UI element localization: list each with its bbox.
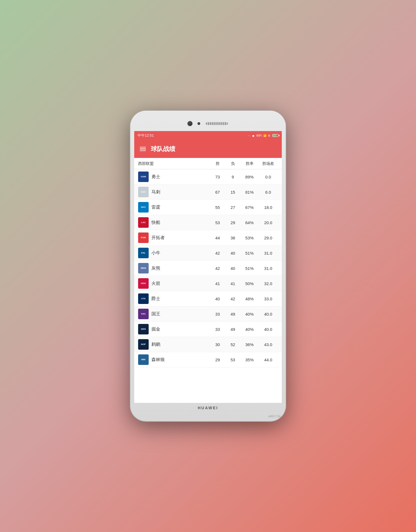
team-logo: DAL [138, 248, 149, 258]
phone-top-hardware [134, 116, 282, 131]
table-row[interactable]: MIN 森林狼 29 53 35% 44.0 [134, 352, 282, 367]
team-logo: MIN [138, 354, 149, 365]
watermark: wW3.7.0a [268, 415, 281, 418]
team-wins: 53 [210, 220, 225, 225]
settings-icon: ⚙ [268, 134, 270, 137]
team-logo: SAS [138, 187, 149, 197]
table-row[interactable]: UTA 爵士 40 42 48% 33.0 [134, 291, 282, 306]
team-info: LAC 快船 [138, 217, 210, 228]
team-win-pct: 81% [240, 190, 258, 195]
table-row[interactable]: SAC 国王 33 49 40% 40.0 [134, 306, 282, 322]
team-logo-text: HOU [140, 282, 146, 285]
team-game-diff: 44.0 [258, 357, 278, 362]
speaker [206, 122, 228, 125]
app-title: 球队战绩 [151, 145, 175, 153]
team-wins: 40 [210, 296, 225, 301]
team-info: MIN 森林狼 [138, 354, 210, 365]
team-game-diff: 40.0 [258, 327, 278, 332]
hamburger-menu-button[interactable] [140, 147, 146, 151]
status-time: 中午12:51 [138, 133, 154, 138]
team-game-diff: 43.0 [258, 342, 278, 347]
team-name: 开拓者 [151, 235, 165, 241]
team-logo-text: POR [140, 236, 146, 240]
proximity-sensor [197, 122, 200, 125]
team-wins: 30 [210, 342, 225, 347]
team-wins: 73 [210, 175, 225, 179]
team-logo-text: SAS [141, 190, 146, 194]
team-win-pct: 35% [240, 357, 258, 362]
huawei-brand-text: HUAWEI [198, 406, 218, 410]
team-info: HOU 火箭 [138, 278, 210, 289]
team-name: 雷霆 [151, 204, 160, 210]
team-losses: 9 [225, 175, 240, 179]
table-row[interactable]: MEM 灰熊 42 40 51% 31.0 [134, 261, 282, 276]
app-header: 球队战绩 [134, 140, 282, 158]
team-info: NOP 鹈鹕 [138, 339, 210, 350]
team-logo: MEM [138, 263, 149, 273]
team-logo: POR [138, 232, 149, 243]
team-wins: 33 [210, 327, 225, 332]
table-row[interactable]: POR 开拓者 44 38 53% 29.0 [134, 230, 282, 245]
status-bar: 中午12:51 ··· ⏰ WiFi 📶 ⚙ [134, 131, 282, 140]
team-game-diff: 31.0 [258, 266, 278, 271]
signal-dots: ··· [248, 134, 250, 137]
col-header-game-diff: 胜场差 [258, 161, 278, 166]
team-logo: DEN [138, 324, 149, 334]
team-info: POR 开拓者 [138, 232, 210, 243]
table-header: 西部联盟 胜 负 胜率 胜场差 [134, 158, 282, 169]
team-win-pct: 89% [240, 175, 258, 179]
team-logo-text: LAC [141, 221, 146, 224]
hamburger-line-2 [140, 149, 146, 149]
team-win-pct: 64% [240, 220, 258, 225]
team-game-diff: 6.0 [258, 190, 278, 195]
team-logo-text: GSW [140, 175, 146, 179]
team-name: 快船 [151, 220, 160, 226]
standings-table[interactable]: 西部联盟 胜 负 胜率 胜场差 GSW 勇士 73 9 89% 0.0 SAS [134, 158, 282, 403]
team-logo: UTA [138, 293, 149, 304]
team-wins: 33 [210, 312, 225, 316]
team-wins: 44 [210, 236, 225, 240]
team-losses: 15 [225, 190, 240, 195]
table-row[interactable]: LAC 快船 53 29 64% 20.0 [134, 215, 282, 230]
team-game-diff: 0.0 [258, 175, 278, 179]
wifi-icon: WiFi [256, 134, 262, 137]
table-row[interactable]: NOP 鹈鹕 30 52 36% 43.0 [134, 337, 282, 352]
team-logo-text: DEN [141, 327, 146, 331]
team-rows-container: GSW 勇士 73 9 89% 0.0 SAS 马刺 67 15 81% 6.0… [134, 169, 282, 367]
team-info: GSW 勇士 [138, 172, 210, 182]
team-name: 掘金 [151, 326, 160, 332]
col-header-conference: 西部联盟 [138, 161, 210, 166]
team-logo: HOU [138, 278, 149, 289]
team-win-pct: 51% [240, 266, 258, 271]
team-win-pct: 48% [240, 296, 258, 301]
hamburger-line-3 [140, 150, 146, 151]
table-row[interactable]: DEN 掘金 33 49 40% 40.0 [134, 322, 282, 337]
team-name: 勇士 [151, 174, 160, 180]
team-info: OKC 雷霆 [138, 202, 210, 213]
team-logo-text: OKC [140, 205, 146, 209]
team-info: SAC 国王 [138, 309, 210, 319]
team-wins: 42 [210, 266, 225, 271]
col-header-win-pct: 胜率 [240, 161, 258, 166]
team-logo-text: MEM [140, 266, 147, 270]
team-win-pct: 53% [240, 236, 258, 240]
team-logo-text: MIN [141, 358, 146, 362]
team-name: 爵士 [151, 296, 160, 302]
table-row[interactable]: OKC 雷霆 55 27 67% 18.0 [134, 200, 282, 215]
team-game-diff: 31.0 [258, 251, 278, 255]
table-row[interactable]: HOU 火箭 41 41 50% 32.0 [134, 276, 282, 291]
team-wins: 41 [210, 281, 225, 286]
table-row[interactable]: GSW 勇士 73 9 89% 0.0 [134, 169, 282, 185]
team-logo-text: UTA [141, 297, 146, 301]
team-losses: 27 [225, 205, 240, 210]
phone-device: 中午12:51 ··· ⏰ WiFi 📶 ⚙ 球队战绩 [130, 111, 286, 421]
battery-fill [273, 134, 277, 137]
table-row[interactable]: DAL 小牛 42 40 51% 31.0 [134, 245, 282, 261]
team-losses: 53 [225, 357, 240, 362]
team-losses: 38 [225, 236, 240, 240]
team-losses: 52 [225, 342, 240, 347]
table-row[interactable]: SAS 马刺 67 15 81% 6.0 [134, 185, 282, 200]
team-name: 火箭 [151, 281, 160, 287]
team-logo-text: NOP [140, 342, 146, 346]
team-name: 国王 [151, 311, 160, 317]
